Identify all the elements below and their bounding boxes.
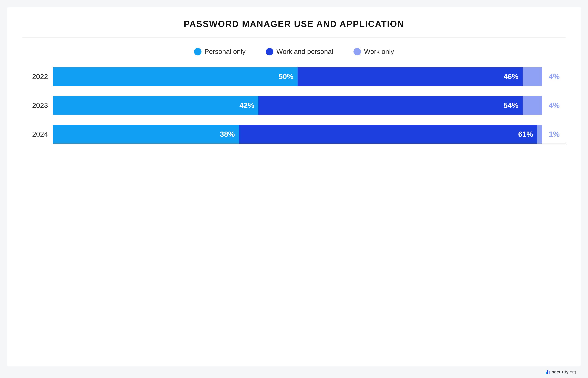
legend-swatch bbox=[266, 48, 273, 55]
bar-track: 38%61% bbox=[53, 125, 542, 144]
legend-swatch bbox=[353, 48, 361, 55]
legend-label: Work and personal bbox=[276, 48, 333, 55]
legend-item: Work only bbox=[353, 48, 394, 55]
attribution: security.org bbox=[7, 366, 581, 375]
external-value-label: 1% bbox=[546, 130, 566, 138]
category-label: 2022 bbox=[22, 73, 49, 81]
bar-row: 202250%46%4% bbox=[22, 67, 566, 86]
legend-label: Personal only bbox=[205, 48, 246, 55]
legend-item: Personal only bbox=[194, 48, 246, 55]
x-axis-line bbox=[53, 144, 566, 144]
bar-segment: 46% bbox=[298, 67, 523, 86]
bar-wrap: 42%54% bbox=[53, 96, 542, 115]
bar-segment: 54% bbox=[258, 96, 523, 115]
brand-text: security.org bbox=[551, 369, 576, 375]
brand-logo-icon bbox=[546, 370, 550, 374]
bar-wrap: 38%61% bbox=[53, 125, 542, 144]
bar-segment bbox=[537, 125, 542, 144]
category-label: 2023 bbox=[22, 101, 49, 109]
external-value-label: 4% bbox=[546, 101, 566, 110]
bar-track: 42%54% bbox=[53, 96, 542, 115]
bar-segment: 61% bbox=[239, 125, 537, 144]
bar-segment: 50% bbox=[53, 67, 298, 86]
bar-segment: 38% bbox=[53, 125, 239, 144]
bar-segment bbox=[523, 67, 542, 86]
bar-row: 202438%61%1% bbox=[22, 125, 566, 144]
bar-segment bbox=[523, 96, 542, 115]
legend: Personal onlyWork and personalWork only bbox=[22, 48, 566, 55]
legend-swatch bbox=[194, 48, 201, 55]
bar-segment: 42% bbox=[53, 96, 258, 115]
chart-card: PASSWORD MANAGER USE AND APPLICATION Per… bbox=[7, 7, 581, 366]
chart-title: PASSWORD MANAGER USE AND APPLICATION bbox=[22, 19, 566, 29]
bar-track: 50%46% bbox=[53, 67, 542, 86]
chart-area: 202250%46%4%202342%54%4%202438%61%1% bbox=[22, 62, 566, 356]
external-value-label: 4% bbox=[546, 72, 566, 81]
bar-wrap: 50%46% bbox=[53, 67, 542, 86]
legend-item: Work and personal bbox=[266, 48, 333, 55]
legend-label: Work only bbox=[364, 48, 394, 55]
category-label: 2024 bbox=[22, 130, 49, 138]
bar-row: 202342%54%4% bbox=[22, 96, 566, 115]
